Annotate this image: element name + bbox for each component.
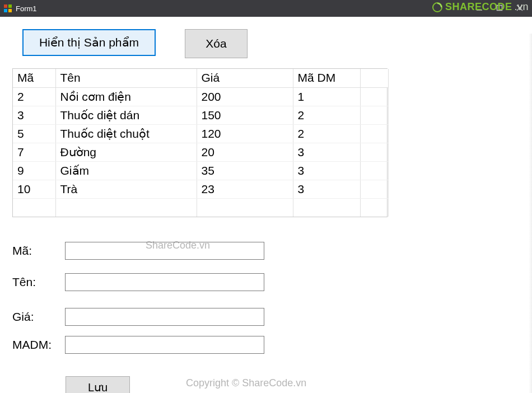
svg-rect-5 xyxy=(497,6,502,11)
cell-madm[interactable]: 2 xyxy=(293,124,360,143)
table-row[interactable]: 2Nồi cơm điện2001 xyxy=(13,87,388,106)
input-ma[interactable] xyxy=(65,242,264,260)
cell-ma[interactable]: 7 xyxy=(13,143,55,161)
cell-ma[interactable]: 10 xyxy=(13,180,55,198)
svg-rect-1 xyxy=(8,4,12,8)
grid-header-row: Mã Tên Giá Mã DM xyxy=(13,69,388,87)
client-area: Hiển thị Sản phẩm Xóa Mã Tên Giá Mã DM 2… xyxy=(0,17,532,393)
show-products-button[interactable]: Hiển thị Sản phẩm xyxy=(22,29,156,56)
table-row[interactable]: 7Đường203 xyxy=(13,143,388,161)
cell-ma[interactable]: 5 xyxy=(13,124,55,143)
table-row[interactable]: 9Giấm353 xyxy=(13,161,388,180)
cell-pad xyxy=(360,106,388,124)
cell-pad xyxy=(360,87,388,106)
label-ma: Mã: xyxy=(12,244,62,258)
col-header-pad xyxy=(360,69,388,87)
cell-gia[interactable]: 150 xyxy=(197,106,293,124)
cell-ma[interactable]: 9 xyxy=(13,161,55,180)
input-madm[interactable] xyxy=(65,336,264,354)
table-row[interactable]: 3Thuốc diệt dán1502 xyxy=(13,106,388,124)
field-row-ten: Tên: xyxy=(12,273,264,291)
delete-button[interactable]: Xóa xyxy=(185,29,248,58)
svg-rect-2 xyxy=(4,9,7,12)
cell-ten[interactable]: Trà xyxy=(55,180,197,198)
cell-ma[interactable]: 3 xyxy=(13,106,55,124)
cell-madm[interactable]: 3 xyxy=(293,180,360,198)
cell-gia[interactable]: 20 xyxy=(197,143,293,161)
cell-gia[interactable]: 35 xyxy=(197,161,293,180)
col-header-madm[interactable]: Mã DM xyxy=(293,69,360,87)
cell-empty[interactable] xyxy=(293,198,360,217)
window-title: Form1 xyxy=(16,4,37,13)
cell-empty[interactable] xyxy=(197,198,293,217)
scrollbar-edge xyxy=(529,34,532,393)
minimize-icon[interactable] xyxy=(476,4,483,13)
cell-pad xyxy=(360,124,388,143)
cell-madm[interactable]: 1 xyxy=(293,87,360,106)
svg-rect-3 xyxy=(8,9,12,12)
cell-pad xyxy=(360,161,388,180)
cell-gia[interactable]: 23 xyxy=(197,180,293,198)
maximize-icon[interactable] xyxy=(496,4,503,13)
svg-point-8 xyxy=(433,3,442,12)
input-ten[interactable] xyxy=(65,273,264,291)
cell-empty[interactable] xyxy=(13,198,55,217)
table-row-new[interactable] xyxy=(13,198,388,217)
save-button[interactable]: Lưu xyxy=(66,376,130,393)
table-row[interactable]: 5Thuốc diệt chuột1202 xyxy=(13,124,388,143)
close-icon[interactable] xyxy=(516,4,523,13)
title-bar: Form1 SHARECODE.vn xyxy=(0,0,532,17)
cell-gia[interactable]: 120 xyxy=(197,124,293,143)
window-controls xyxy=(476,4,529,13)
cell-ten[interactable]: Thuốc diệt dán xyxy=(55,106,197,124)
cell-ten[interactable]: Nồi cơm điện xyxy=(55,87,197,106)
cell-pad xyxy=(360,180,388,198)
cell-ma[interactable]: 2 xyxy=(13,87,55,106)
col-header-ten[interactable]: Tên xyxy=(55,69,197,87)
cell-madm[interactable]: 3 xyxy=(293,143,360,161)
table-row[interactable]: 10Trà233 xyxy=(13,180,388,198)
products-grid[interactable]: Mã Tên Giá Mã DM 2Nồi cơm điện20013Thuốc… xyxy=(12,68,388,217)
col-header-ma[interactable]: Mã xyxy=(13,69,55,87)
label-ten: Tên: xyxy=(12,275,62,289)
label-madm: MADM: xyxy=(12,338,62,352)
svg-rect-0 xyxy=(4,4,7,8)
cell-madm[interactable]: 3 xyxy=(293,161,360,180)
label-gia: Giá: xyxy=(12,310,62,324)
cell-pad xyxy=(360,143,388,161)
field-row-madm: MADM: xyxy=(12,336,264,354)
cell-ten[interactable]: Giấm xyxy=(55,161,197,180)
watermark-footer: Copyright © ShareCode.vn xyxy=(186,377,306,389)
field-row-gia: Giá: xyxy=(12,308,264,326)
col-header-gia[interactable]: Giá xyxy=(197,69,293,87)
cell-madm[interactable]: 2 xyxy=(293,106,360,124)
cell-ten[interactable]: Đường xyxy=(55,143,197,161)
cell-ten[interactable]: Thuốc diệt chuột xyxy=(55,124,197,143)
app-icon xyxy=(3,4,12,13)
cell-empty[interactable] xyxy=(55,198,197,217)
cell-gia[interactable]: 200 xyxy=(197,87,293,106)
cell-empty[interactable] xyxy=(360,198,388,217)
input-gia[interactable] xyxy=(65,308,264,326)
field-row-ma: Mã: xyxy=(12,242,264,260)
